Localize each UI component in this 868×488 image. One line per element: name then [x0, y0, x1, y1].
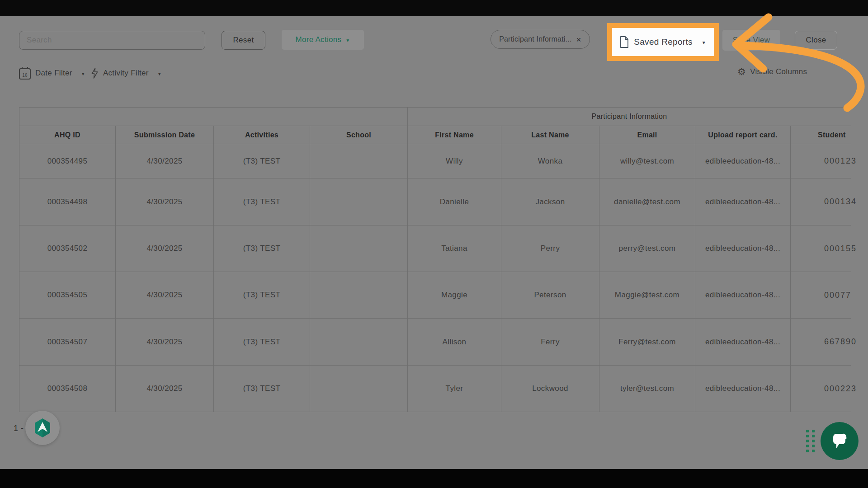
- filter-chip-participant-information[interactable]: Participant Informati... ×: [491, 30, 590, 49]
- table-cell-value: willy@test.com: [620, 157, 674, 166]
- saved-reports-button[interactable]: Saved Reports ▼: [607, 23, 719, 61]
- table-cell[interactable]: Tatiana: [408, 225, 501, 272]
- scroll-top-badge-button[interactable]: [25, 411, 60, 445]
- table-cell[interactable]: (T3) TEST: [214, 225, 310, 272]
- table-cell[interactable]: Maggie: [408, 272, 501, 319]
- table-cell[interactable]: tyler@test.com: [599, 366, 695, 412]
- search-input[interactable]: [19, 31, 205, 50]
- table-cell[interactable]: edibleeducation-48...: [695, 366, 791, 412]
- filter-chip-label: Participant Informati...: [499, 35, 571, 43]
- chat-launcher-button[interactable]: [821, 422, 859, 460]
- table-cell[interactable]: 667890: [791, 319, 851, 366]
- table-cell-value: Perry: [541, 244, 560, 253]
- table-cell-value: perry@test.com: [619, 244, 676, 253]
- table-cell[interactable]: edibleeducation-48...: [695, 225, 791, 272]
- table-cell[interactable]: Tyler: [408, 366, 501, 412]
- column-header: Student: [791, 126, 851, 144]
- column-header: Upload report card.: [695, 126, 791, 144]
- table-cell[interactable]: 4/30/2025: [116, 272, 214, 319]
- table-cell[interactable]: Wonka: [501, 144, 599, 178]
- table-cell-value: Lockwood: [532, 384, 568, 393]
- column-header: First Name: [408, 126, 501, 144]
- table-cell[interactable]: [310, 225, 408, 272]
- table-cell[interactable]: Maggie@test.com: [599, 272, 695, 319]
- table-cell-value: Wonka: [538, 157, 563, 166]
- table-cell-value: 4/30/2025: [146, 384, 182, 393]
- table-cell-value: Danielle: [440, 197, 469, 206]
- table-cell[interactable]: edibleeducation-48...: [695, 319, 791, 366]
- table-cell[interactable]: Jackson: [501, 178, 599, 225]
- table-cell[interactable]: 4/30/2025: [116, 366, 214, 412]
- table-cell-value: Tyler: [446, 384, 463, 393]
- table-cell[interactable]: perry@test.com: [599, 225, 695, 272]
- table-cell-value: Willy: [446, 157, 463, 166]
- table-cell[interactable]: 4/30/2025: [116, 178, 214, 225]
- table-cell[interactable]: 000354498: [19, 178, 116, 225]
- table-cell[interactable]: edibleeducation-48...: [695, 272, 791, 319]
- table-cell[interactable]: (T3) TEST: [214, 272, 310, 319]
- table-cell[interactable]: Ferry@test.com: [599, 319, 695, 366]
- table-cell[interactable]: 000134: [791, 178, 851, 225]
- activity-filter-dropdown[interactable]: Activity Filter ▼: [91, 68, 162, 79]
- table-cell[interactable]: 000354505: [19, 272, 116, 319]
- table-cell[interactable]: edibleeducation-48...: [695, 178, 791, 225]
- table-cell[interactable]: 000354507: [19, 319, 116, 366]
- top-black-bar: [0, 0, 868, 16]
- reset-button[interactable]: Reset: [222, 31, 265, 50]
- table-cell[interactable]: (T3) TEST: [214, 144, 310, 178]
- column-header: AHQ ID: [19, 126, 116, 144]
- table-cell-value: Peterson: [534, 291, 566, 300]
- table-cell[interactable]: willy@test.com: [599, 144, 695, 178]
- table-cell[interactable]: Willy: [408, 144, 501, 178]
- table-cell-value: 000354505: [47, 291, 88, 300]
- table-cell[interactable]: Ferry: [501, 319, 599, 366]
- close-button[interactable]: Close: [795, 31, 837, 50]
- table-cell[interactable]: 4/30/2025: [116, 319, 214, 366]
- group-header-spacer: [19, 108, 408, 126]
- table-cell[interactable]: [310, 319, 408, 366]
- save-view-button[interactable]: Save View: [722, 30, 780, 51]
- date-filter-dropdown[interactable]: 16 Date Filter ▼: [19, 67, 85, 80]
- table-cell-value: Ferry: [541, 338, 560, 347]
- table-cell[interactable]: edibleeducation-48...: [695, 144, 791, 178]
- table-cell[interactable]: Lockwood: [501, 366, 599, 412]
- table-cell[interactable]: 000223: [791, 366, 851, 412]
- table-cell[interactable]: 000155: [791, 225, 851, 272]
- table-cell[interactable]: [310, 272, 408, 319]
- table-cell[interactable]: [310, 366, 408, 412]
- table-cell[interactable]: 000354502: [19, 225, 116, 272]
- table-cell[interactable]: 000354508: [19, 366, 116, 412]
- table-cell[interactable]: Allison: [408, 319, 501, 366]
- table-cell[interactable]: 4/30/2025: [116, 225, 214, 272]
- table-cell[interactable]: 000123: [791, 144, 851, 178]
- table-cell[interactable]: 00077: [791, 272, 851, 319]
- column-header-label: AHQ ID: [54, 131, 80, 139]
- table-cell-value: danielle@test.com: [614, 197, 680, 206]
- chip-remove-icon[interactable]: ×: [576, 35, 581, 44]
- chat-bubble-icon: [829, 431, 850, 451]
- widget-drag-handle[interactable]: [806, 430, 815, 452]
- more-actions-button[interactable]: More Actions ▼: [282, 30, 364, 50]
- table-cell-value: 000123: [791, 156, 857, 166]
- column-header: Activities: [214, 126, 310, 144]
- column-header-label: Last Name: [531, 131, 569, 139]
- table-cell-value: edibleeducation-48...: [705, 197, 780, 206]
- table-cell[interactable]: 000354495: [19, 144, 116, 178]
- table-cell[interactable]: danielle@test.com: [599, 178, 695, 225]
- table-cell[interactable]: 4/30/2025: [116, 144, 214, 178]
- table-cell[interactable]: [310, 178, 408, 225]
- gear-icon: ⚙: [737, 67, 746, 76]
- table-cell[interactable]: (T3) TEST: [214, 319, 310, 366]
- visible-columns-button[interactable]: ⚙ Visible Columns: [737, 67, 807, 76]
- table-cell[interactable]: [310, 144, 408, 178]
- date-filter-label: Date Filter: [35, 69, 72, 78]
- table-cell[interactable]: Perry: [501, 225, 599, 272]
- table-cell-value: Ferry@test.com: [618, 338, 676, 347]
- lightning-icon: [91, 68, 99, 79]
- document-icon: [620, 36, 629, 48]
- table-cell[interactable]: Danielle: [408, 178, 501, 225]
- table-cell[interactable]: (T3) TEST: [214, 178, 310, 225]
- table-cell[interactable]: (T3) TEST: [214, 366, 310, 412]
- table-cell[interactable]: Peterson: [501, 272, 599, 319]
- table-cell-value: 000223: [791, 384, 857, 394]
